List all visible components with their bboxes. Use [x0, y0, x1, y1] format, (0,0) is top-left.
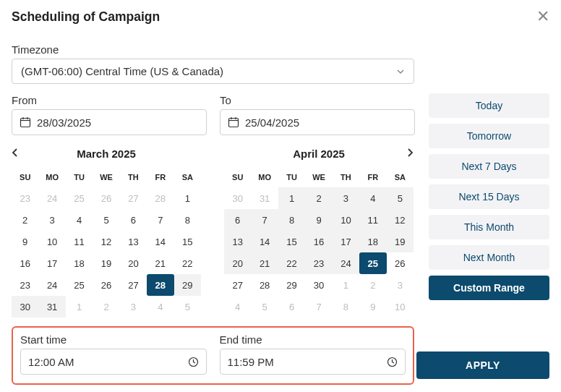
to-label: To — [220, 94, 415, 106]
timezone-select[interactable]: (GMT-06:00) Central Time (US & Canada) — [12, 59, 414, 84]
calendar-day[interactable]: 22 — [174, 252, 201, 274]
calendar-day[interactable]: 2 — [12, 209, 38, 231]
calendar-day: 27 — [120, 187, 147, 209]
prev-month-icon[interactable] — [10, 146, 20, 161]
dow-header: WE — [93, 170, 119, 187]
calendar-day[interactable]: 6 — [120, 209, 147, 231]
calendar-day[interactable]: 17 — [38, 252, 65, 274]
calendar-day: 3 — [120, 296, 147, 318]
dow-header: TU — [66, 170, 93, 187]
preset-this-month[interactable]: This Month — [429, 215, 549, 239]
preset-next-7-days[interactable]: Next 7 Days — [429, 154, 549, 179]
calendar-day: 2 — [359, 274, 386, 296]
calendar-day[interactable]: 12 — [387, 209, 414, 231]
calendar-day[interactable]: 29 — [278, 274, 305, 296]
next-month-icon[interactable] — [405, 146, 415, 161]
end-time-label: End time — [220, 333, 406, 346]
calendar-day[interactable]: 26 — [93, 274, 119, 296]
calendar-day[interactable]: 25 — [66, 274, 93, 296]
calendar-day[interactable]: 15 — [278, 231, 305, 252]
calendar-day[interactable]: 19 — [387, 231, 414, 252]
calendar-day[interactable]: 21 — [251, 252, 278, 274]
calendar-day: 6 — [278, 296, 305, 318]
calendar-day[interactable]: 2 — [305, 187, 332, 209]
calendar-day[interactable]: 26 — [387, 252, 414, 274]
modal-title: Scheduling of Campaign — [12, 9, 160, 25]
calendar-day[interactable]: 14 — [251, 231, 278, 252]
calendar-day[interactable]: 11 — [359, 209, 386, 231]
calendar-day[interactable]: 21 — [147, 252, 174, 274]
calendar-day[interactable]: 31 — [38, 296, 65, 318]
close-icon[interactable]: ✕ — [536, 9, 549, 25]
calendar-day[interactable]: 30 — [305, 274, 332, 296]
calendar-day[interactable]: 19 — [93, 252, 119, 274]
calendar-day[interactable]: 4 — [359, 187, 386, 209]
calendar-day[interactable]: 17 — [333, 231, 359, 252]
preset-next-15-days[interactable]: Next 15 Days — [429, 184, 549, 209]
end-time-input[interactable]: 11:59 PM — [220, 349, 406, 375]
calendar-day[interactable]: 7 — [251, 209, 278, 231]
calendar-day: 2 — [93, 296, 119, 318]
chevron-down-icon — [396, 67, 405, 76]
calendar-day[interactable]: 23 — [305, 252, 332, 274]
calendar-day[interactable]: 20 — [120, 252, 147, 274]
calendar-day[interactable]: 8 — [174, 209, 201, 231]
calendar-day[interactable]: 1 — [174, 187, 201, 209]
from-input[interactable]: 28/03/2025 — [12, 109, 207, 135]
svg-rect-0 — [21, 119, 30, 127]
to-input[interactable]: 25/04/2025 — [220, 109, 415, 135]
calendar-day[interactable]: 24 — [38, 274, 65, 296]
timezone-label: Timezone — [12, 43, 414, 56]
calendar-day: 5 — [251, 296, 278, 318]
calendar-day[interactable]: 4 — [66, 209, 93, 231]
calendar-day[interactable]: 13 — [120, 231, 147, 252]
preset-custom-range[interactable]: Custom Range — [429, 276, 549, 300]
calendar-day[interactable]: 3 — [333, 187, 359, 209]
calendar-day: 5 — [174, 296, 201, 318]
calendar-day[interactable]: 18 — [359, 231, 386, 252]
dow-header: SA — [174, 170, 201, 187]
apply-button[interactable]: APPLY — [416, 351, 549, 379]
calendar-day[interactable]: 5 — [387, 187, 414, 209]
calendar-day[interactable]: 5 — [93, 209, 119, 231]
calendar-day[interactable]: 1 — [278, 187, 305, 209]
calendar-day[interactable]: 14 — [147, 231, 174, 252]
calendar-day[interactable]: 15 — [174, 231, 201, 252]
calendar-day[interactable]: 6 — [224, 209, 251, 231]
calendar-day[interactable]: 24 — [333, 252, 359, 274]
dow-header: TH — [120, 170, 147, 187]
dow-header: TU — [278, 170, 305, 187]
calendar-day[interactable]: 11 — [66, 231, 93, 252]
calendar-icon — [20, 116, 31, 128]
preset-next-month[interactable]: Next Month — [429, 245, 549, 270]
calendar-day[interactable]: 25 — [359, 252, 386, 274]
calendar-day[interactable]: 3 — [38, 209, 65, 231]
calendar-day: 25 — [66, 187, 93, 209]
calendar-day[interactable]: 9 — [305, 209, 332, 231]
calendar-day[interactable]: 28 — [147, 274, 174, 296]
calendar-day[interactable]: 10 — [333, 209, 359, 231]
calendar-day[interactable]: 7 — [147, 209, 174, 231]
calendar-day[interactable]: 30 — [12, 296, 38, 318]
calendar-day[interactable]: 18 — [66, 252, 93, 274]
start-time-input[interactable]: 12:00 AM — [20, 349, 207, 375]
calendar-day[interactable]: 13 — [224, 231, 251, 252]
calendar-day[interactable]: 22 — [278, 252, 305, 274]
cal1-title: March 2025 — [77, 148, 136, 160]
calendar-day[interactable]: 16 — [12, 252, 38, 274]
calendar-day[interactable]: 12 — [93, 231, 119, 252]
calendar-day: 30 — [224, 187, 251, 209]
calendar-day[interactable]: 23 — [12, 274, 38, 296]
preset-tomorrow[interactable]: Tomorrow — [429, 124, 549, 148]
calendar-day[interactable]: 27 — [120, 274, 147, 296]
calendar-day[interactable]: 9 — [12, 231, 38, 252]
calendar-day[interactable]: 27 — [224, 274, 251, 296]
calendar-day[interactable]: 10 — [38, 231, 65, 252]
calendar-day[interactable]: 29 — [174, 274, 201, 296]
calendar-day[interactable]: 16 — [305, 231, 332, 252]
calendar-day[interactable]: 20 — [224, 252, 251, 274]
calendar-day[interactable]: 28 — [251, 274, 278, 296]
preset-today[interactable]: Today — [429, 93, 549, 118]
calendar-day: 8 — [333, 296, 359, 318]
calendar-day[interactable]: 8 — [278, 209, 305, 231]
